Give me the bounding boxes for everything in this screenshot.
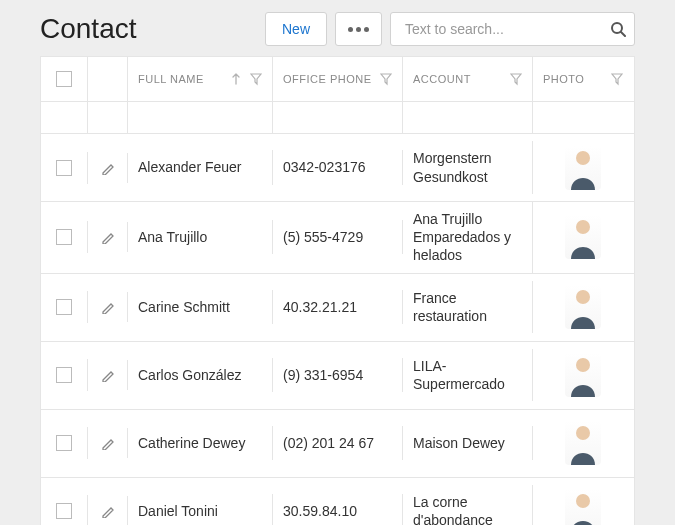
header-edit-col [88,57,128,101]
search-input[interactable] [403,20,610,38]
contacts-grid: FULL NAME OFFICE PHONE ACCOUNT PHOTO [40,56,635,525]
table-row: Carlos González (9) 331-6954 LILA-Superm… [41,342,634,410]
row-checkbox[interactable] [56,299,72,315]
avatar [565,285,601,329]
row-checkbox[interactable] [56,160,72,176]
cell-full-name: Catherine Dewey [138,434,245,452]
table-row: Carine Schmitt 40.32.21.21 France restau… [41,274,634,342]
column-header-office-phone[interactable]: OFFICE PHONE [273,57,403,101]
cell-office-phone: 40.32.21.21 [283,298,357,316]
cell-office-phone: 0342-023176 [283,158,366,176]
search-box[interactable] [390,12,635,46]
cell-account: Maison Dewey [413,434,505,452]
filter-full-name[interactable] [128,102,273,133]
pencil-icon [101,368,115,382]
cell-account: Ana Trujillo Emparedados y helados [413,210,522,265]
table-row: Catherine Dewey (02) 201 24 67 Maison De… [41,410,634,478]
edit-row-button[interactable] [88,496,128,525]
toolbar: Contact New [0,0,675,56]
edit-row-button[interactable] [88,222,128,252]
pencil-icon [101,436,115,450]
filter-photo[interactable] [533,102,633,133]
cell-account: France restauration [413,289,522,325]
avatar [565,215,601,259]
filter-icon[interactable] [510,72,522,86]
grid-header: FULL NAME OFFICE PHONE ACCOUNT PHOTO [41,57,634,102]
table-row: Ana Trujillo (5) 555-4729 Ana Trujillo E… [41,202,634,274]
header-select-all[interactable] [41,57,88,101]
more-actions-button[interactable] [335,12,382,46]
pencil-icon [101,161,115,175]
sort-asc-icon[interactable] [230,72,242,86]
avatar [565,146,601,190]
pencil-icon [101,300,115,314]
cell-office-phone: (9) 331-6954 [283,366,363,384]
checkbox[interactable] [56,71,72,87]
column-header-account[interactable]: ACCOUNT [403,57,533,101]
edit-row-button[interactable] [88,153,128,183]
cell-account: Morgenstern Gesundkost [413,149,522,185]
cell-account: LILA-Supermercado [413,357,522,393]
table-row: Daniel Tonini 30.59.84.10 La corne d'abo… [41,478,634,525]
filter-icon[interactable] [380,72,392,86]
cell-office-phone: (5) 555-4729 [283,228,363,246]
filter-icon[interactable] [611,72,623,86]
grid-filter-row [41,102,634,134]
edit-row-button[interactable] [88,292,128,322]
row-checkbox[interactable] [56,435,72,451]
ellipsis-icon [348,27,369,32]
cell-full-name: Ana Trujillo [138,228,207,246]
cell-full-name: Carine Schmitt [138,298,230,316]
table-row: Alexander Feuer 0342-023176 Morgenstern … [41,134,634,202]
filter-icon[interactable] [250,72,262,86]
filter-account[interactable] [403,102,533,133]
edit-row-button[interactable] [88,360,128,390]
new-button[interactable]: New [265,12,327,46]
cell-office-phone: 30.59.84.10 [283,502,357,520]
cell-full-name: Carlos González [138,366,242,384]
search-icon [610,21,626,37]
pencil-icon [101,230,115,244]
column-header-full-name[interactable]: FULL NAME [128,57,273,101]
cell-office-phone: (02) 201 24 67 [283,434,374,452]
pencil-icon [101,504,115,518]
avatar [565,353,601,397]
avatar [565,489,601,525]
edit-row-button[interactable] [88,428,128,458]
grid-body: Alexander Feuer 0342-023176 Morgenstern … [41,134,634,525]
row-checkbox[interactable] [56,367,72,383]
avatar [565,421,601,465]
cell-full-name: Daniel Tonini [138,502,218,520]
column-header-photo[interactable]: PHOTO [533,57,633,101]
cell-full-name: Alexander Feuer [138,158,242,176]
filter-office-phone[interactable] [273,102,403,133]
page-title: Contact [40,13,257,45]
row-checkbox[interactable] [56,503,72,519]
cell-account: La corne d'abondance [413,493,522,525]
row-checkbox[interactable] [56,229,72,245]
